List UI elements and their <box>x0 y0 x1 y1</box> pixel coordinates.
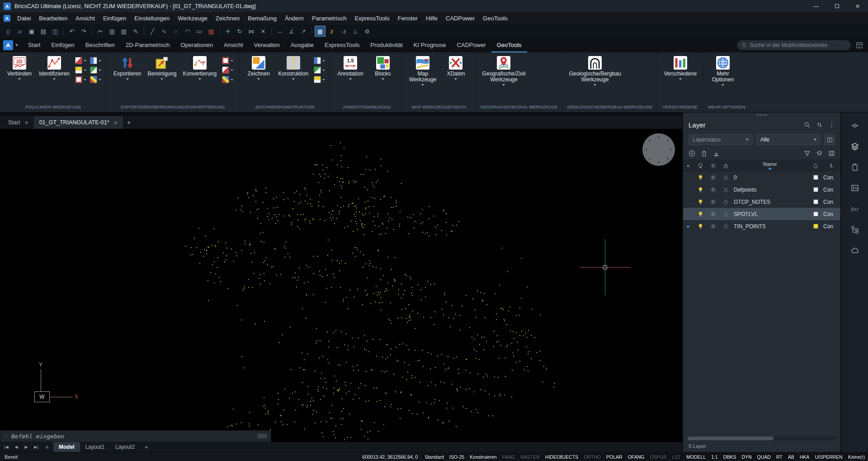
mehr-optionen-button[interactable]: Mehr Optionen <box>709 56 737 86</box>
layer-color-swatch[interactable] <box>813 224 818 229</box>
flyout-tool-button[interactable] <box>75 57 86 64</box>
ortho-icon[interactable]: ⊥ <box>350 26 361 37</box>
new-document-tab-button[interactable]: + <box>123 116 135 129</box>
cloud-panel-icon[interactable] <box>849 245 861 256</box>
separator[interactable] <box>92 28 92 35</box>
layer-freeze-icon[interactable] <box>707 223 719 229</box>
close-button[interactable]: ✕ <box>847 0 868 12</box>
layer-row[interactable]: ▸ TIN_POINTS Con <box>683 220 840 232</box>
status-toggle[interactable]: LST <box>670 453 683 460</box>
arc-icon[interactable]: ◠ <box>182 26 193 37</box>
menu-item[interactable]: Bemaßung <box>244 12 281 24</box>
flyout-tool-button[interactable] <box>222 66 233 74</box>
ribbon-tab[interactable]: Ausgabe <box>285 38 319 52</box>
circle-icon[interactable]: ○ <box>170 26 181 37</box>
layer-row[interactable]: ▸ Defpoints Con <box>683 183 840 196</box>
ribbon-tab[interactable]: Start <box>23 38 46 52</box>
ucs-z-icon[interactable]: -z <box>338 26 349 37</box>
layer-lock-icon[interactable] <box>719 223 732 229</box>
geologische-bergbau-button[interactable]: Geologische/Bergbau Werkzeuge <box>568 56 622 86</box>
redo-icon[interactable]: ↷ <box>78 26 89 37</box>
status-toggle[interactable]: DBKS <box>721 453 739 460</box>
identifizieren-button[interactable]: Identifizieren <box>38 56 71 80</box>
layout-tab[interactable]: Model <box>53 442 80 452</box>
first-layout-button[interactable]: |◀ <box>2 445 11 449</box>
dim-angular-icon[interactable]: ∠ <box>286 26 297 37</box>
separator[interactable] <box>271 28 272 35</box>
layout-list-icon[interactable]: ≡ <box>43 444 51 450</box>
layer-freeze-icon[interactable] <box>707 211 719 217</box>
filter-edit-button[interactable] <box>824 134 835 145</box>
ribbon-tab[interactable]: Verwalten <box>249 38 285 52</box>
layer-row[interactable]: ▸ GTCP_NOTES Con <box>683 196 840 208</box>
save-icon[interactable]: ▣ <box>26 26 37 37</box>
erase-icon[interactable]: ✕ <box>258 26 269 37</box>
flyout-tool-button[interactable] <box>314 57 325 64</box>
ribbon-tab[interactable]: 2D-Parametrisch <box>120 38 175 52</box>
drawing-canvas[interactable]: Y W X ∷ Befehl eingeben <box>0 129 682 442</box>
color-column-icon[interactable] <box>808 163 823 169</box>
status-toggle[interactable]: QUAD <box>755 453 773 460</box>
menu-item[interactable]: Datei <box>13 12 35 24</box>
command-bar[interactable]: ∷ Befehl eingeben <box>0 430 271 442</box>
status-toggle[interactable]: HKA <box>797 453 812 460</box>
line-icon[interactable]: ╱ <box>147 26 158 37</box>
command-prompt[interactable]: Befehl eingeben <box>11 433 64 440</box>
horizontal-scrollbar[interactable] <box>688 437 836 440</box>
maximize-button[interactable] <box>826 0 847 12</box>
add-layout-button[interactable]: + <box>141 444 152 451</box>
layer-lock-icon[interactable] <box>719 187 732 193</box>
text-z-icon[interactable]: z <box>326 26 337 37</box>
status-toggle[interactable]: Standard <box>422 453 446 460</box>
view-compass[interactable] <box>642 133 675 166</box>
flyout-tool-button[interactable] <box>222 57 233 64</box>
flyout-tool-button[interactable] <box>90 57 101 64</box>
separator[interactable] <box>219 28 220 35</box>
layerstatus-dropdown[interactable]: Layerstatus <box>689 134 753 145</box>
search-icon[interactable] <box>804 122 810 128</box>
flyout-tool-button[interactable] <box>314 66 325 74</box>
verschiedene-button[interactable]: Verschiedene <box>663 56 698 80</box>
flyout-tool-button[interactable] <box>314 76 325 83</box>
layer-row[interactable]: ▸ 0 Con <box>683 171 840 183</box>
status-toggle[interactable]: Keine(r) <box>846 453 867 460</box>
close-tab-icon[interactable]: ✕ <box>24 120 28 125</box>
next-layout-button[interactable]: ▶ <box>22 445 31 449</box>
layer-expand-caret[interactable]: ▸ <box>683 174 694 180</box>
menu-item[interactable]: Parametrisch <box>308 12 351 24</box>
layer-filter-dropdown[interactable]: Alle <box>756 134 821 145</box>
layer-expand-caret[interactable]: ▸ <box>683 199 694 205</box>
name-column-header[interactable]: Name <box>732 162 808 169</box>
visibility-column-icon[interactable] <box>694 163 707 169</box>
close-tab-icon[interactable]: ✕ <box>113 120 117 125</box>
flyout-tool-button[interactable] <box>222 76 233 83</box>
polyline-icon[interactable]: ∿ <box>159 26 170 37</box>
undo-icon[interactable]: ↶ <box>66 26 77 37</box>
ribbon-tab[interactable]: CADPower <box>451 38 491 52</box>
bereinigung-button[interactable]: Bereinigung <box>146 56 177 80</box>
render-panel-icon[interactable] <box>849 182 861 194</box>
separator[interactable] <box>144 28 144 35</box>
flyout-tool-button[interactable] <box>75 76 86 83</box>
blocks-button[interactable]: Blocks <box>369 56 397 80</box>
command-bar-grip[interactable]: ∷ <box>4 433 8 439</box>
annotation-button[interactable]: 1.5 Annotation <box>336 56 364 80</box>
status-toggle[interactable]: HIDEOBJECTS <box>543 453 581 460</box>
layer-color-swatch[interactable] <box>813 212 818 216</box>
menu-item[interactable]: Hilfe <box>422 12 442 24</box>
lock-column-icon[interactable] <box>719 163 732 169</box>
cut-icon[interactable]: ✂ <box>95 26 106 37</box>
layer-expand-caret[interactable]: ▸ <box>683 223 694 229</box>
menu-item[interactable]: Werkzeuge <box>174 12 212 24</box>
status-toggle[interactable]: UISPERREN <box>812 453 844 460</box>
filter-funnel-icon[interactable] <box>804 150 811 157</box>
layer-isolate-icon[interactable] <box>816 150 823 157</box>
layer-visible-icon[interactable] <box>694 211 707 217</box>
dim-linear-icon[interactable]: ↔ <box>274 26 285 37</box>
open-icon[interactable]: ▱ <box>14 26 25 37</box>
ribbon-tab[interactable]: GeoTools <box>491 38 527 52</box>
status-toggle[interactable]: DYN <box>739 453 754 460</box>
separator[interactable] <box>63 28 64 35</box>
ribbon-tab[interactable]: Produktivität <box>365 38 408 52</box>
coordinates-display[interactable]: 600013.42, 3612566.94, 0 <box>359 454 422 460</box>
